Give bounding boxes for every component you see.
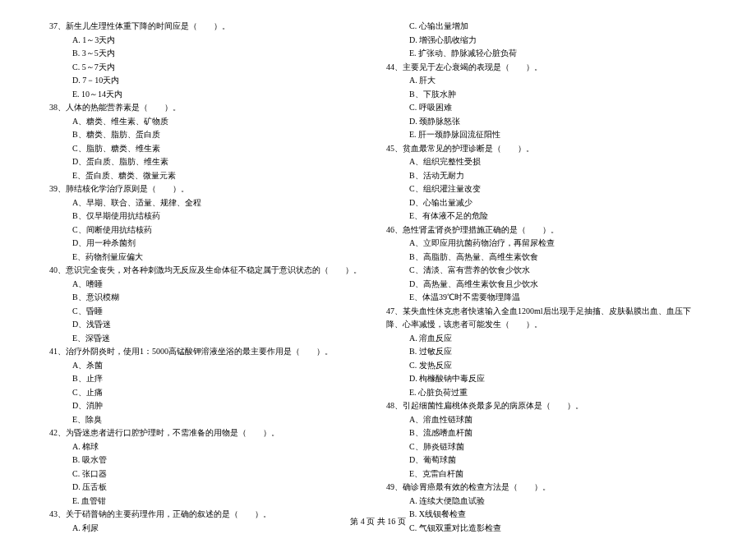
question-text: 46、急性肾盂肾炎护理措施正确的是（ ）。 — [386, 223, 707, 237]
option-text: E、有体液不足的危险 — [386, 209, 707, 223]
option-text: C. 呼吸困难 — [386, 101, 707, 115]
option-text: D、高热量、高维生素饮食且少饮水 — [386, 278, 707, 292]
option-text: A、立即应用抗菌药物治疗，再留尿检查 — [386, 237, 707, 251]
option-text: C. 5～7天内 — [49, 61, 370, 75]
option-text: B、仅早期使用抗结核药 — [49, 209, 370, 223]
option-text: E、体温39℃时不需要物理降温 — [386, 291, 707, 305]
option-text: E、除臭 — [49, 413, 370, 427]
option-text: B. 过敏反应 — [386, 345, 707, 359]
option-text: B、高脂肪、高热量、高维生素饮食 — [386, 251, 707, 265]
option-text: D. 压舌板 — [49, 481, 370, 495]
option-text: E. 肝一颈静脉回流征阳性 — [386, 128, 707, 142]
option-text: B、止痒 — [49, 372, 370, 386]
option-text: C、间断使用抗结核药 — [49, 223, 370, 237]
option-text: D、浅昏迷 — [49, 318, 370, 332]
option-text: D、葡萄球菌 — [386, 453, 707, 467]
option-text: B. 吸水管 — [49, 453, 370, 467]
option-text: E、蛋白质、糖类、微量元素 — [49, 169, 370, 183]
question-text: 49、确诊胃癌最有效的检查方法是（ ）。 — [386, 481, 707, 495]
option-text: E、药物剂量应偏大 — [49, 251, 370, 265]
question-text: 37、新生儿生理性体重下降的时间应是（ ）。 — [49, 20, 370, 34]
option-text: A. 连续大便隐血试验 — [386, 495, 707, 509]
option-text: C. 张口器 — [49, 467, 370, 481]
option-text: A、溶血性链球菌 — [386, 413, 707, 427]
option-text: C、组织灌注量改变 — [386, 182, 707, 196]
option-text: C、脂肪、糖类、维生素 — [49, 142, 370, 156]
option-text: B、糖类、脂肪、蛋白质 — [49, 128, 370, 142]
question-text: 47、某失血性休克患者快速输入全血1200ml后出现手足抽搐、皮肤黏膜出血、血压… — [386, 305, 707, 332]
right-column: C. 心输出量增加D. 增强心肌收缩力E. 扩张动、静脉减轻心脏负荷44、主要见… — [386, 20, 707, 534]
option-text: E、克雷白杆菌 — [386, 467, 707, 481]
question-text: 48、引起细菌性扁桃体炎最多见的病原体是（ ）。 — [386, 399, 707, 413]
option-text: A. 肝大 — [386, 74, 707, 88]
option-text: A、糖类、维生素、矿物质 — [49, 115, 370, 129]
question-text: 45、贫血最常见的护理诊断是（ ）。 — [386, 142, 707, 156]
option-text: E. 心脏负荷过重 — [386, 386, 707, 400]
left-column: 37、新生儿生理性体重下降的时间应是（ ）。A. 1～3天内B. 3～5天内C.… — [49, 20, 370, 534]
option-text: D、用一种杀菌剂 — [49, 237, 370, 251]
option-text: A、杀菌 — [49, 359, 370, 373]
option-text: A. 棉球 — [49, 440, 370, 454]
option-text: B、下肢水肿 — [386, 88, 707, 102]
option-text: C. 发热反应 — [386, 359, 707, 373]
option-text: E. 血管钳 — [49, 495, 370, 509]
option-text: A. 1～3天内 — [49, 34, 370, 48]
option-text: D. 颈静脉怒张 — [386, 115, 707, 129]
option-text: E. 扩张动、静脉减轻心脏负荷 — [386, 47, 707, 61]
option-text: D. 枸橼酸钠中毒反应 — [386, 372, 707, 386]
page-footer: 第 4 页 共 16 页 — [0, 516, 756, 527]
question-text: 44、主要见于左心衰竭的表现是（ ）。 — [386, 61, 707, 75]
option-text: C、昏睡 — [49, 305, 370, 319]
option-text: C、清淡、富有营养的饮食少饮水 — [386, 264, 707, 278]
option-text: D、消肿 — [49, 399, 370, 413]
question-text: 39、肺结核化学治疗原则是（ ）。 — [49, 182, 370, 196]
option-text: A. 溶血反应 — [386, 332, 707, 346]
question-text: 41、治疗外阴炎时，使用1：5000高锰酸钾溶液坐浴的最主要作用是（ ）。 — [49, 345, 370, 359]
option-text: D、心输出量减少 — [386, 196, 707, 210]
option-text: E、深昏迷 — [49, 332, 370, 346]
question-text: 42、为昏迷患者进行口腔护理时，不需准备的用物是（ ）。 — [49, 426, 370, 440]
option-text: A、组织完整性受损 — [386, 155, 707, 169]
option-text: D. 增强心肌收缩力 — [386, 34, 707, 48]
option-text: B. 3～5天内 — [49, 47, 370, 61]
option-text: A、嗜睡 — [49, 278, 370, 292]
option-text: B、活动无耐力 — [386, 169, 707, 183]
question-text: 38、人体的热能营养素是（ ）。 — [49, 101, 370, 115]
question-text: 40、意识完全丧失，对各种刺激均无反应及生命体征不稳定属于意识状态的（ ）。 — [49, 264, 370, 278]
option-text: C、肺炎链球菌 — [386, 440, 707, 454]
option-text: E. 10～14天内 — [49, 88, 370, 102]
option-text: B、意识模糊 — [49, 291, 370, 305]
option-text: C. 心输出量增加 — [386, 20, 707, 34]
option-text: B、流感嗜血杆菌 — [386, 426, 707, 440]
option-text: D、蛋白质、脂肪、维生素 — [49, 155, 370, 169]
option-text: D. 7－10天内 — [49, 74, 370, 88]
option-text: A、早期、联合、适量、规律、全程 — [49, 196, 370, 210]
option-text: C、止痛 — [49, 386, 370, 400]
